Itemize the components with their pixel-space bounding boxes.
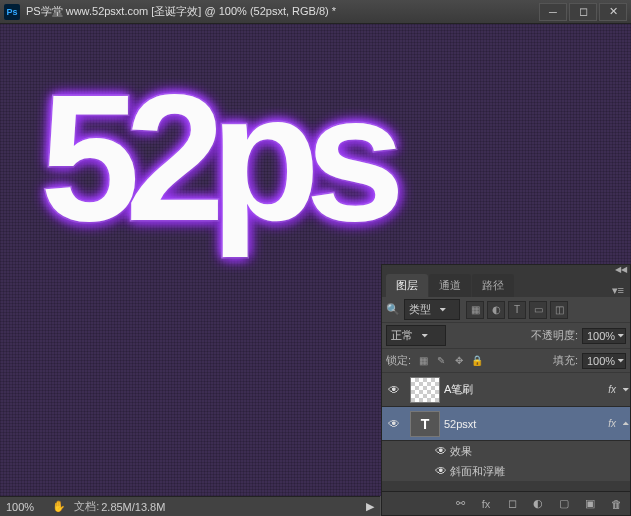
visibility-toggle[interactable]: 👁 bbox=[382, 417, 406, 431]
group-icon[interactable]: ▢ bbox=[556, 496, 572, 512]
layer-mask-icon[interactable]: ◻ bbox=[504, 496, 520, 512]
hand-tool-icon[interactable]: ✋ bbox=[52, 500, 66, 513]
filter-type-icon[interactable]: T bbox=[508, 301, 526, 319]
fill-input[interactable]: 100%⏷ bbox=[582, 353, 626, 369]
layer-thumbnail[interactable] bbox=[410, 377, 440, 403]
chevron-right-icon[interactable]: ▶ bbox=[366, 500, 374, 513]
filter-adjust-icon[interactable]: ◐ bbox=[487, 301, 505, 319]
lock-brush-icon[interactable]: ✎ bbox=[433, 353, 449, 369]
lock-all-icon[interactable]: 🔒 bbox=[469, 353, 485, 369]
zoom-level[interactable]: 100% bbox=[6, 501, 34, 513]
fill-label: 填充: bbox=[553, 353, 578, 368]
lock-label: 锁定: bbox=[386, 353, 411, 368]
adjustment-layer-icon[interactable]: ◐ bbox=[530, 496, 546, 512]
filter-shape-icon[interactable]: ▭ bbox=[529, 301, 547, 319]
layer-row[interactable]: 👁 T 52psxt fx ⏶ bbox=[382, 407, 630, 441]
ps-logo: Ps bbox=[4, 4, 20, 20]
filter-kind-select[interactable]: 类型⏷ bbox=[404, 299, 460, 320]
delete-layer-icon[interactable]: 🗑 bbox=[608, 496, 624, 512]
panel-menu-icon[interactable]: ▾≡ bbox=[606, 284, 630, 297]
visibility-toggle[interactable]: 👁 bbox=[432, 464, 450, 478]
effects-group[interactable]: 👁 效果 bbox=[382, 441, 630, 461]
layer-thumbnail[interactable]: T bbox=[410, 411, 440, 437]
document-title: PS学堂 www.52psxt.com [圣诞字效] @ 100% (52psx… bbox=[26, 4, 539, 19]
tab-paths[interactable]: 路径 bbox=[472, 274, 514, 297]
blend-mode-select[interactable]: 正常⏷ bbox=[386, 325, 446, 346]
fx-badge[interactable]: fx bbox=[608, 384, 616, 395]
visibility-toggle[interactable]: 👁 bbox=[382, 383, 406, 397]
filter-smart-icon[interactable]: ◫ bbox=[550, 301, 568, 319]
effect-item[interactable]: 👁 斜面和浮雕 bbox=[382, 461, 630, 481]
search-icon: 🔍 bbox=[386, 303, 400, 316]
fx-badge[interactable]: fx bbox=[608, 418, 616, 429]
tab-layers[interactable]: 图层 bbox=[386, 274, 428, 297]
chevron-up-icon[interactable]: ⏶ bbox=[622, 419, 630, 428]
layers-panel: ◀◀ 图层 通道 路径 ▾≡ 🔍 类型⏷ ▦ ◐ T ▭ ◫ 正常⏷ 不透明度:… bbox=[381, 264, 631, 516]
lock-position-icon[interactable]: ✥ bbox=[451, 353, 467, 369]
minimize-button[interactable]: ─ bbox=[539, 3, 567, 21]
canvas-text-52ps: 52ps bbox=[40, 54, 390, 261]
opacity-label: 不透明度: bbox=[531, 328, 578, 343]
close-button[interactable]: ✕ bbox=[599, 3, 627, 21]
lock-transparency-icon[interactable]: ▦ bbox=[415, 353, 431, 369]
filter-pixel-icon[interactable]: ▦ bbox=[466, 301, 484, 319]
doc-size-label: 文档: bbox=[74, 499, 99, 514]
doc-size-value: 2.85M/13.8M bbox=[101, 501, 165, 513]
layer-name[interactable]: 52psxt bbox=[444, 418, 608, 430]
layer-style-icon[interactable]: fx bbox=[478, 496, 494, 512]
maximize-button[interactable]: ◻ bbox=[569, 3, 597, 21]
link-layers-icon[interactable]: ⚯ bbox=[452, 496, 468, 512]
new-layer-icon[interactable]: ▣ bbox=[582, 496, 598, 512]
opacity-input[interactable]: 100%⏷ bbox=[582, 328, 626, 344]
layer-row[interactable]: 👁 A笔刷 fx ⏷ bbox=[382, 373, 630, 407]
tab-channels[interactable]: 通道 bbox=[429, 274, 471, 297]
chevron-down-icon[interactable]: ⏷ bbox=[622, 385, 630, 394]
layer-name[interactable]: A笔刷 bbox=[444, 382, 608, 397]
visibility-toggle[interactable]: 👁 bbox=[432, 444, 450, 458]
